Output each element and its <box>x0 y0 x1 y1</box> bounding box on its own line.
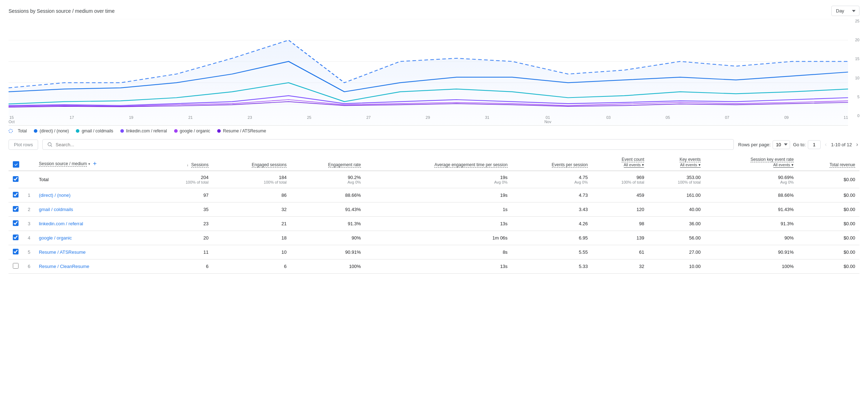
legend-direct[interactable]: (direct) / (none) <box>34 128 69 133</box>
event-count-filter[interactable]: All events ▾ <box>624 163 644 168</box>
select-all-icon <box>14 162 18 167</box>
total-sessions: 204 100% of total <box>156 171 213 188</box>
total-session-key-event-rate: 90.69% Avg 0% <box>705 171 798 188</box>
sessions-col-label: Sessions <box>191 162 209 168</box>
row-checkbox-2[interactable] <box>13 220 19 226</box>
x-label-05: 05 <box>666 115 670 124</box>
legend-google-label: google / organic <box>180 128 210 133</box>
total-label: Total <box>35 171 156 188</box>
header-total-revenue[interactable]: Total revenue <box>798 154 859 171</box>
prev-page-button[interactable]: ‹ <box>823 140 828 149</box>
total-key-events: 353.00 100% of total <box>648 171 705 188</box>
next-page-button[interactable]: › <box>855 140 859 149</box>
header-events-per-session[interactable]: Events per session <box>512 154 592 171</box>
svg-point-7 <box>48 143 51 146</box>
total-event-count: 969 100% of total <box>592 171 649 188</box>
header-select-all[interactable] <box>13 161 19 168</box>
total-avg-engagement: 19s Avg 0% <box>365 171 512 188</box>
row-total-revenue-3: $0.00 <box>798 231 859 245</box>
x-label-09: 09 <box>784 115 789 124</box>
legend-gmail[interactable]: gmail / coldmails <box>76 128 113 133</box>
x-label-21: 21 <box>188 115 193 124</box>
search-box <box>42 139 734 150</box>
total-session-key-event-rate-value: 90.69% <box>778 175 794 180</box>
session-key-event-rate-filter[interactable]: All events ▾ <box>773 163 794 168</box>
table-header-row: Session source / medium ▾ + ↓ Sessions E… <box>9 154 859 171</box>
key-events-filter[interactable]: All events ▾ <box>680 163 701 168</box>
row-checkbox-4[interactable] <box>13 249 19 254</box>
session-key-event-rate-col-label: Session key event rate <box>751 157 794 162</box>
row-checkbox-5[interactable] <box>13 263 19 269</box>
chevron-down-icon-4: ▾ <box>791 163 794 167</box>
row-checkbox-cell-0 <box>9 188 23 202</box>
row-checkbox-1[interactable] <box>13 206 19 212</box>
dimension-link-3[interactable]: google / organic <box>39 235 72 241</box>
row-events-per-session-1: 3.43 <box>512 202 592 216</box>
header-engaged-sessions[interactable]: Engaged sessions <box>213 154 291 171</box>
row-total-revenue-5: $0.00 <box>798 259 859 273</box>
row-key-events-5: 10.00 <box>648 259 705 273</box>
total-checkbox[interactable] <box>13 176 19 182</box>
x-label-01: 01 Nov <box>544 115 551 124</box>
x-label-25: 25 <box>307 115 311 124</box>
row-checkbox-0[interactable] <box>13 192 19 198</box>
x-label-11: 11 <box>844 115 848 124</box>
header-num <box>23 154 35 171</box>
row-engaged-sessions-4: 10 <box>213 245 291 259</box>
total-avg-engagement-sub: Avg 0% <box>370 180 508 184</box>
add-dimension-button[interactable]: + <box>91 160 98 168</box>
dimension-link-0[interactable]: (direct) / (none) <box>39 193 70 198</box>
direct-legend-dot <box>34 129 37 133</box>
header-sessions[interactable]: ↓ Sessions <box>156 154 213 171</box>
header-avg-engagement[interactable]: Average engagement time per session <box>365 154 512 171</box>
events-per-session-col-label: Events per session <box>552 162 588 168</box>
row-event-count-1: 120 <box>592 202 649 216</box>
legend-total[interactable]: Total <box>9 128 27 133</box>
row-dimension-3: google / organic <box>35 231 156 245</box>
row-avg-engagement-2: 13s <box>365 216 512 231</box>
period-selector[interactable]: Day Hour Week Month <box>831 6 859 16</box>
table-row: 2 gmail / coldmails 35 32 91.43% 1s 3.43… <box>9 202 859 216</box>
rows-per-page-select[interactable]: 10 25 50 <box>773 140 790 149</box>
row-avg-engagement-5: 13s <box>365 259 512 273</box>
total-events-per-session-value: 4.75 <box>579 175 588 180</box>
row-engaged-sessions-5: 6 <box>213 259 291 273</box>
y-label-25: 25 <box>848 19 859 23</box>
row-session-key-event-rate-1: 91.43% <box>705 202 798 216</box>
row-checkbox-cell-4 <box>9 245 23 259</box>
header-dimension[interactable]: Session source / medium ▾ + <box>35 154 156 171</box>
go-to-input[interactable] <box>808 140 821 149</box>
row-checkbox-3[interactable] <box>13 235 19 240</box>
y-label-15: 15 <box>848 57 859 61</box>
header-event-count[interactable]: Event count All events ▾ <box>592 154 649 171</box>
resume-legend-dot <box>217 129 221 133</box>
table-row: 5 Resume / ATSResume 11 10 90.91% 8s 5.5… <box>9 245 859 259</box>
plot-rows-button[interactable]: Plot rows <box>9 140 38 150</box>
dimension-link-4[interactable]: Resume / ATSResume <box>39 249 85 255</box>
engaged-sessions-col-label: Engaged sessions <box>252 162 287 168</box>
row-engaged-sessions-1: 32 <box>213 202 291 216</box>
legend-linkedin[interactable]: linkedin.com / referral <box>120 128 167 133</box>
dimension-link-2[interactable]: linkedin.com / referral <box>39 221 83 226</box>
row-session-key-event-rate-2: 91.3% <box>705 216 798 231</box>
row-engagement-rate-0: 88.66% <box>291 188 365 202</box>
total-event-count-value: 969 <box>637 175 644 180</box>
x-label-03: 03 <box>606 115 611 124</box>
header-engagement-rate[interactable]: Engagement rate <box>291 154 365 171</box>
legend-resume-label: Resume / ATSResume <box>223 128 266 133</box>
header-session-key-event-rate[interactable]: Session key event rate All events ▾ <box>705 154 798 171</box>
search-icon <box>47 142 53 147</box>
rows-per-page: Rows per page: 10 25 50 <box>738 140 790 149</box>
dimension-link-1[interactable]: gmail / coldmails <box>39 207 73 212</box>
table-row: 1 (direct) / (none) 97 86 88.66% 19s 4.7… <box>9 188 859 202</box>
header-key-events[interactable]: Key events All events ▾ <box>648 154 705 171</box>
legend-google[interactable]: google / organic <box>174 128 210 133</box>
page: Sessions by Session source / medium over… <box>0 0 868 279</box>
dimension-link-5[interactable]: Resume / CleanResume <box>39 264 89 269</box>
chevron-down-icon-3: ▾ <box>699 163 701 167</box>
table-row: 4 google / organic 20 18 90% 1m 06s 6.95… <box>9 231 859 245</box>
search-input[interactable] <box>56 142 729 147</box>
total-engaged-sessions-value: 184 <box>279 175 287 180</box>
total-engagement-rate-sub: Avg 0% <box>295 180 361 184</box>
legend-resume[interactable]: Resume / ATSResume <box>217 128 266 133</box>
